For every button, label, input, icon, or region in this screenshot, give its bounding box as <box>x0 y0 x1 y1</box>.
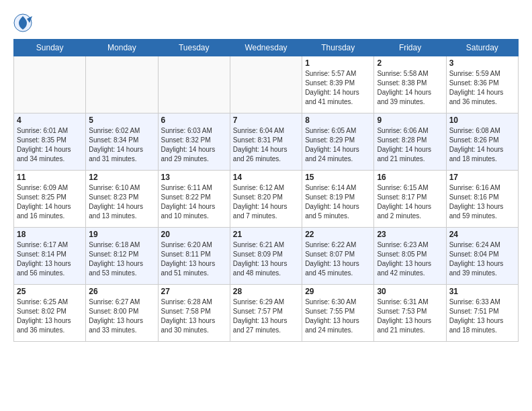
day-number: 24 <box>449 230 515 239</box>
day-info: Sunrise: 6:16 AM Sunset: 8:16 PM Dayligh… <box>449 183 515 221</box>
day-info: Sunrise: 6:24 AM Sunset: 8:04 PM Dayligh… <box>449 240 515 278</box>
day-info: Sunrise: 6:27 AM Sunset: 8:00 PM Dayligh… <box>89 298 154 335</box>
logo <box>13 13 35 32</box>
calendar-cell <box>14 56 86 113</box>
calendar-week-row: 25Sunrise: 6:25 AM Sunset: 8:02 PM Dayli… <box>14 285 519 342</box>
day-number: 20 <box>161 230 227 239</box>
day-number: 14 <box>233 173 299 182</box>
calendar-cell: 20Sunrise: 6:20 AM Sunset: 8:11 PM Dayli… <box>158 228 230 285</box>
header <box>13 13 519 32</box>
day-info: Sunrise: 6:12 AM Sunset: 8:20 PM Dayligh… <box>233 183 299 221</box>
calendar-week-row: 1Sunrise: 5:57 AM Sunset: 8:39 PM Daylig… <box>14 56 519 113</box>
day-number: 19 <box>89 230 154 239</box>
day-number: 2 <box>377 58 443 68</box>
calendar-cell: 12Sunrise: 6:10 AM Sunset: 8:23 PM Dayli… <box>86 171 158 228</box>
day-info: Sunrise: 6:20 AM Sunset: 8:11 PM Dayligh… <box>161 240 227 278</box>
day-info: Sunrise: 6:23 AM Sunset: 8:05 PM Dayligh… <box>377 240 443 278</box>
calendar-cell: 25Sunrise: 6:25 AM Sunset: 8:02 PM Dayli… <box>14 285 86 342</box>
day-number: 13 <box>161 173 227 182</box>
calendar-week-row: 4Sunrise: 6:01 AM Sunset: 8:35 PM Daylig… <box>14 113 519 171</box>
day-number: 28 <box>233 287 299 296</box>
calendar-cell: 19Sunrise: 6:18 AM Sunset: 8:12 PM Dayli… <box>86 228 158 285</box>
day-of-week-header: Thursday <box>302 40 374 56</box>
day-number: 6 <box>161 116 227 125</box>
day-info: Sunrise: 5:58 AM Sunset: 8:38 PM Dayligh… <box>377 69 443 107</box>
calendar-cell: 17Sunrise: 6:16 AM Sunset: 8:16 PM Dayli… <box>446 171 518 228</box>
calendar-week-row: 11Sunrise: 6:09 AM Sunset: 8:25 PM Dayli… <box>14 171 519 228</box>
calendar-cell: 24Sunrise: 6:24 AM Sunset: 8:04 PM Dayli… <box>446 228 518 285</box>
day-info: Sunrise: 6:21 AM Sunset: 8:09 PM Dayligh… <box>233 240 299 278</box>
day-info: Sunrise: 6:25 AM Sunset: 8:02 PM Dayligh… <box>17 298 83 335</box>
calendar-cell: 7Sunrise: 6:04 AM Sunset: 8:31 PM Daylig… <box>230 113 302 171</box>
page: SundayMondayTuesdayWednesdayThursdayFrid… <box>0 0 532 349</box>
day-number: 5 <box>89 116 154 125</box>
day-of-week-header: Saturday <box>446 40 518 56</box>
calendar-cell: 21Sunrise: 6:21 AM Sunset: 8:09 PM Dayli… <box>230 228 302 285</box>
calendar-cell: 5Sunrise: 6:02 AM Sunset: 8:34 PM Daylig… <box>86 113 158 171</box>
calendar-cell: 22Sunrise: 6:22 AM Sunset: 8:07 PM Dayli… <box>302 228 374 285</box>
calendar-cell: 29Sunrise: 6:30 AM Sunset: 7:55 PM Dayli… <box>302 285 374 342</box>
day-number: 11 <box>17 173 83 182</box>
day-number: 18 <box>17 230 83 239</box>
day-number: 7 <box>233 116 299 125</box>
calendar-cell: 11Sunrise: 6:09 AM Sunset: 8:25 PM Dayli… <box>14 171 86 228</box>
day-of-week-header: Friday <box>374 40 446 56</box>
calendar-header-row: SundayMondayTuesdayWednesdayThursdayFrid… <box>14 40 519 56</box>
calendar-cell <box>230 56 302 113</box>
day-info: Sunrise: 5:59 AM Sunset: 8:36 PM Dayligh… <box>449 69 515 107</box>
day-number: 16 <box>377 173 443 182</box>
calendar-cell: 14Sunrise: 6:12 AM Sunset: 8:20 PM Dayli… <box>230 171 302 228</box>
day-number: 27 <box>161 287 227 296</box>
calendar-cell: 4Sunrise: 6:01 AM Sunset: 8:35 PM Daylig… <box>14 113 86 171</box>
calendar-cell: 6Sunrise: 6:03 AM Sunset: 8:32 PM Daylig… <box>158 113 230 171</box>
day-number: 8 <box>305 116 371 125</box>
logo-icon <box>13 13 32 32</box>
calendar-cell: 3Sunrise: 5:59 AM Sunset: 8:36 PM Daylig… <box>446 56 518 113</box>
calendar-cell: 31Sunrise: 6:33 AM Sunset: 7:51 PM Dayli… <box>446 285 518 342</box>
day-number: 3 <box>449 58 515 68</box>
day-number: 1 <box>305 58 371 68</box>
day-number: 21 <box>233 230 299 239</box>
calendar-cell: 15Sunrise: 6:14 AM Sunset: 8:19 PM Dayli… <box>302 171 374 228</box>
day-number: 29 <box>305 287 371 296</box>
day-info: Sunrise: 6:01 AM Sunset: 8:35 PM Dayligh… <box>17 126 83 164</box>
day-number: 12 <box>89 173 154 182</box>
day-of-week-header: Monday <box>86 40 158 56</box>
day-info: Sunrise: 6:10 AM Sunset: 8:23 PM Dayligh… <box>89 183 154 221</box>
day-number: 17 <box>449 173 515 182</box>
day-number: 25 <box>17 287 83 296</box>
day-info: Sunrise: 6:22 AM Sunset: 8:07 PM Dayligh… <box>305 240 371 278</box>
day-info: Sunrise: 6:17 AM Sunset: 8:14 PM Dayligh… <box>17 240 83 278</box>
calendar-cell: 23Sunrise: 6:23 AM Sunset: 8:05 PM Dayli… <box>374 228 446 285</box>
day-number: 23 <box>377 230 443 239</box>
day-info: Sunrise: 6:28 AM Sunset: 7:58 PM Dayligh… <box>161 298 227 335</box>
day-info: Sunrise: 6:33 AM Sunset: 7:51 PM Dayligh… <box>449 298 515 335</box>
day-info: Sunrise: 6:11 AM Sunset: 8:22 PM Dayligh… <box>161 183 227 221</box>
day-info: Sunrise: 6:09 AM Sunset: 8:25 PM Dayligh… <box>17 183 83 221</box>
day-number: 22 <box>305 230 371 239</box>
calendar-cell <box>158 56 230 113</box>
day-info: Sunrise: 6:04 AM Sunset: 8:31 PM Dayligh… <box>233 126 299 164</box>
day-number: 15 <box>305 173 371 182</box>
day-of-week-header: Wednesday <box>230 40 302 56</box>
day-info: Sunrise: 6:14 AM Sunset: 8:19 PM Dayligh… <box>305 183 371 221</box>
calendar-cell: 1Sunrise: 5:57 AM Sunset: 8:39 PM Daylig… <box>302 56 374 113</box>
day-info: Sunrise: 6:18 AM Sunset: 8:12 PM Dayligh… <box>89 240 154 278</box>
day-info: Sunrise: 6:02 AM Sunset: 8:34 PM Dayligh… <box>89 126 154 164</box>
calendar: SundayMondayTuesdayWednesdayThursdayFrid… <box>13 39 519 342</box>
calendar-cell: 18Sunrise: 6:17 AM Sunset: 8:14 PM Dayli… <box>14 228 86 285</box>
calendar-cell: 27Sunrise: 6:28 AM Sunset: 7:58 PM Dayli… <box>158 285 230 342</box>
day-of-week-header: Tuesday <box>158 40 230 56</box>
day-info: Sunrise: 6:31 AM Sunset: 7:53 PM Dayligh… <box>377 298 443 335</box>
day-number: 31 <box>449 287 515 296</box>
day-info: Sunrise: 5:57 AM Sunset: 8:39 PM Dayligh… <box>305 69 371 107</box>
calendar-cell <box>86 56 158 113</box>
day-number: 4 <box>17 116 83 125</box>
day-info: Sunrise: 6:08 AM Sunset: 8:26 PM Dayligh… <box>449 126 515 164</box>
day-number: 26 <box>89 287 154 296</box>
day-info: Sunrise: 6:03 AM Sunset: 8:32 PM Dayligh… <box>161 126 227 164</box>
calendar-cell: 8Sunrise: 6:05 AM Sunset: 8:29 PM Daylig… <box>302 113 374 171</box>
day-info: Sunrise: 6:30 AM Sunset: 7:55 PM Dayligh… <box>305 298 371 335</box>
day-number: 9 <box>377 116 443 125</box>
calendar-week-row: 18Sunrise: 6:17 AM Sunset: 8:14 PM Dayli… <box>14 228 519 285</box>
